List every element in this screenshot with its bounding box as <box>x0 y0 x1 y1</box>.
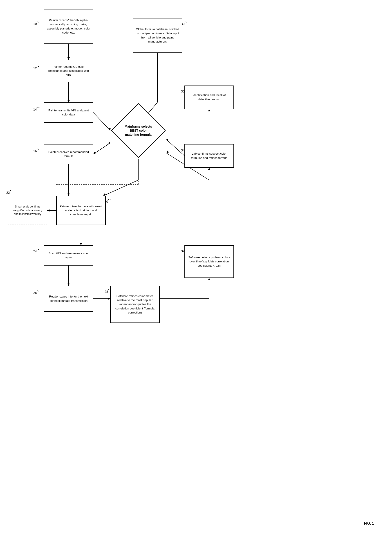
squiggle-10: 〜 <box>36 20 40 24</box>
box-16: Painter receives recommended formula <box>44 144 93 164</box>
svg-marker-33 <box>166 151 169 153</box>
svg-line-4 <box>93 112 110 130</box>
svg-marker-3 <box>67 100 70 102</box>
squiggle-14: 〜 <box>36 106 40 110</box>
diamond-label: Mainframe selects BEST color matching fo… <box>123 125 154 137</box>
svg-marker-21 <box>47 209 49 212</box>
box-36: Identification and recall of defective p… <box>184 86 234 109</box>
box-28: Software refines color match relative to… <box>110 286 160 323</box>
box-26: Reader saves info for the next connectio… <box>44 286 93 312</box>
svg-marker-35 <box>166 139 168 141</box>
svg-line-6 <box>93 143 110 154</box>
svg-marker-39 <box>208 168 210 170</box>
svg-marker-23 <box>80 243 82 245</box>
svg-line-14 <box>104 180 138 196</box>
svg-marker-25 <box>67 284 70 286</box>
figure-label: FIG. 1 <box>364 521 374 525</box>
diamond-mainframe: Mainframe selects BEST color matching fo… <box>110 102 166 159</box>
box-32: Software detects problem colors over tim… <box>184 245 234 278</box>
svg-line-8 <box>93 143 110 154</box>
svg-marker-27 <box>108 298 110 300</box>
squiggle-30: 〜 <box>184 20 187 24</box>
svg-marker-17 <box>67 193 70 196</box>
squiggle-24: 〜 <box>36 248 40 252</box>
svg-marker-9 <box>93 152 96 154</box>
squiggle-20: 〜 <box>108 198 111 202</box>
box-20: Painter mixes formula with smart scale o… <box>56 196 106 225</box>
svg-line-34 <box>166 140 184 156</box>
diagram: 10 〜 12 〜 14 〜 16 〜 20 〜 22 〜 24 〜 26 〜 … <box>0 0 392 539</box>
box-34: Lab confirms suspect color formulas and … <box>184 144 234 168</box>
squiggle-26: 〜 <box>36 289 40 293</box>
box-24: Scan VIN and re-measure spot repair <box>44 245 93 265</box>
box-14: Painter transmits VIN and paint color da… <box>44 102 93 123</box>
svg-marker-7 <box>109 142 110 144</box>
squiggle-12: 〜 <box>36 65 40 69</box>
box-22: Smart scale confirms weight/formula accu… <box>8 196 47 225</box>
squiggle-22: 〜 <box>9 189 13 193</box>
svg-marker-1 <box>67 57 70 60</box>
svg-marker-37 <box>208 109 210 111</box>
box-10: Painter "scans" the VIN alpha-numericall… <box>44 9 93 44</box>
squiggle-16: 〜 <box>36 147 40 151</box>
svg-marker-30 <box>208 278 210 280</box>
box-30: Global formula database is linked on mul… <box>133 18 182 53</box>
box-12: Painter records OE color reflectance and… <box>44 60 93 82</box>
svg-marker-15 <box>104 193 106 196</box>
